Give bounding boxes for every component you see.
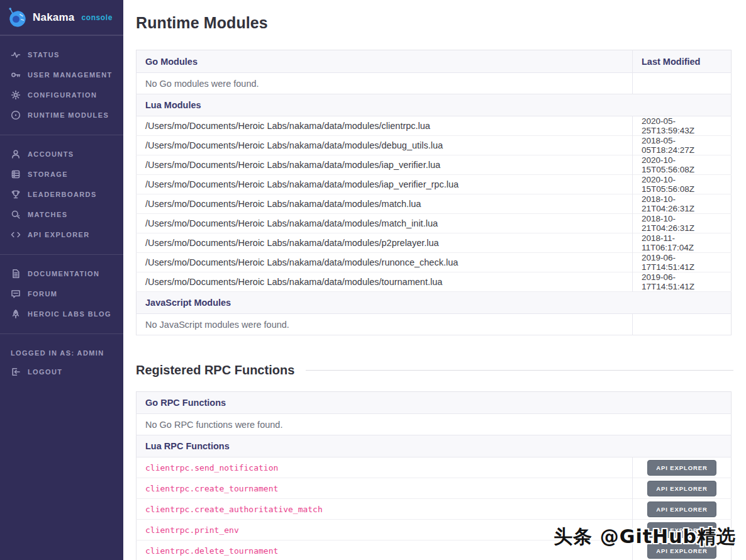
sidebar-item-label: FORUM	[28, 290, 57, 298]
logged-in-as-label: LOGGED IN AS: ADMIN	[0, 334, 123, 358]
go-rpc-section-row: Go RPC Functions	[136, 392, 732, 414]
logout-label: LOGOUT	[28, 368, 62, 376]
key-icon	[11, 70, 21, 80]
brand-suffix: console	[81, 13, 113, 22]
api-explorer-button[interactable]: API EXPLORER	[647, 481, 716, 496]
js-modules-section-row: JavaScript Modules	[136, 292, 732, 314]
runtime-modules-table: Go Modules Last Modified No Go modules w…	[136, 50, 732, 335]
js-modules-header: JavaScript Modules	[136, 292, 732, 314]
sidebar-item-label: STATUS	[28, 51, 60, 59]
js-modules-empty-text: No JavaScript modules were found.	[136, 314, 633, 335]
module-row: /Users/mo/Documents/Heroic Labs/nakama/d…	[136, 272, 732, 292]
module-row: /Users/mo/Documents/Heroic Labs/nakama/d…	[136, 214, 732, 233]
module-row: /Users/mo/Documents/Heroic Labs/nakama/d…	[136, 155, 732, 175]
api-explorer-button[interactable]: API EXPLORER	[647, 543, 716, 559]
go-modules-empty-row: No Go modules were found.	[136, 73, 732, 94]
main-content: Runtime Modules Go Modules Last Modified…	[123, 0, 746, 560]
module-row: /Users/mo/Documents/Heroic Labs/nakama/d…	[136, 194, 732, 214]
go-rpc-empty-text: No Go RPC functions were found.	[136, 414, 732, 435]
sidebar-item-label: ACCOUNTS	[28, 150, 74, 158]
rocket-icon	[11, 309, 21, 319]
page-title: Runtime Modules	[136, 14, 733, 32]
rpc-function-row: clientrpc.create_tournament API EXPLORER	[136, 478, 732, 499]
rpc-button-cell: API EXPLORER	[633, 520, 732, 540]
rpc-function-name: clientrpc.delete_tournament	[136, 540, 633, 560]
rpc-button-cell: API EXPLORER	[633, 457, 732, 478]
brand[interactable]: Nakama console	[0, 0, 123, 35]
rpc-function-name: clientrpc.create_authoritative_match	[136, 499, 633, 520]
rpc-button-cell: API EXPLORER	[633, 478, 732, 499]
logout-icon	[11, 367, 21, 377]
rpc-section-title: Registered RPC Functions	[136, 363, 294, 378]
rpc-function-row: clientrpc.send_notification API EXPLORER	[136, 457, 732, 478]
sidebar-item-api-explorer[interactable]: API EXPLORER	[0, 225, 123, 245]
rpc-function-row: clientrpc.print_env API EXPLORER	[136, 520, 732, 540]
rpc-button-cell: API EXPLORER	[633, 540, 732, 560]
rpc-function-name: clientrpc.send_notification	[136, 457, 633, 478]
sidebar-item-label: STORAGE	[28, 171, 68, 178]
sidebar: Nakama console STATUS USER MANAGEMENT CO…	[0, 0, 123, 560]
section-rule	[306, 370, 733, 371]
module-row: /Users/mo/Documents/Heroic Labs/nakama/d…	[136, 233, 732, 253]
go-modules-header: Go Modules	[136, 50, 633, 73]
server-icon	[11, 169, 21, 179]
api-explorer-button[interactable]: API EXPLORER	[647, 522, 716, 538]
module-path: /Users/mo/Documents/Heroic Labs/nakama/d…	[136, 272, 633, 292]
api-explorer-button[interactable]: API EXPLORER	[647, 501, 716, 517]
module-row: /Users/mo/Documents/Heroic Labs/nakama/d…	[136, 253, 732, 272]
sidebar-item-runtime-modules[interactable]: RUNTIME MODULES	[0, 105, 123, 125]
rpc-function-name: clientrpc.create_tournament	[136, 478, 633, 499]
nakama-logo-icon	[8, 7, 27, 28]
rpc-section-heading: Registered RPC Functions	[136, 363, 733, 378]
go-modules-empty-text: No Go modules were found.	[136, 73, 633, 94]
empty-cell	[633, 73, 732, 94]
module-last-modified: 2019-06-17T14:51:41Z	[633, 253, 732, 272]
module-row: /Users/mo/Documents/Heroic Labs/nakama/d…	[136, 175, 732, 194]
go-rpc-empty-row: No Go RPC functions were found.	[136, 414, 732, 435]
sidebar-nav: STATUS USER MANAGEMENT CONFIGURATION RUN…	[0, 35, 123, 333]
logout-button[interactable]: LOGOUT	[0, 362, 123, 382]
module-path: /Users/mo/Documents/Heroic Labs/nakama/d…	[136, 175, 633, 194]
sidebar-item-storage[interactable]: STORAGE	[0, 164, 123, 184]
go-rpc-header: Go RPC Functions	[136, 392, 732, 414]
last-modified-header: Last Modified	[633, 50, 732, 73]
search-icon	[11, 210, 21, 220]
sidebar-item-status[interactable]: STATUS	[0, 45, 123, 65]
sidebar-item-configuration[interactable]: CONFIGURATION	[0, 85, 123, 105]
module-last-modified: 2020-10-15T05:56:08Z	[633, 175, 732, 194]
code-icon	[11, 230, 21, 240]
rpc-button-cell: API EXPLORER	[633, 499, 732, 520]
document-icon	[11, 269, 21, 279]
api-explorer-button[interactable]: API EXPLORER	[647, 460, 716, 476]
module-last-modified: 2018-10-21T04:26:31Z	[633, 214, 732, 233]
user-icon	[11, 149, 21, 159]
sidebar-item-label: CONFIGURATION	[28, 91, 97, 99]
sidebar-item-label: USER MANAGEMENT	[28, 71, 113, 79]
module-path: /Users/mo/Documents/Heroic Labs/nakama/d…	[136, 253, 633, 272]
sidebar-item-label: API EXPLORER	[28, 231, 90, 238]
sidebar-item-user-management[interactable]: USER MANAGEMENT	[0, 65, 123, 85]
module-last-modified: 2019-06-17T14:51:41Z	[633, 272, 732, 292]
sidebar-item-label: MATCHES	[28, 211, 67, 218]
sidebar-item-matches[interactable]: MATCHES	[0, 204, 123, 225]
sidebar-group: DOCUMENTATION FORUM HEROIC LABS BLOG	[0, 255, 123, 333]
rpc-function-name: clientrpc.print_env	[136, 520, 633, 540]
brand-name: Nakama	[33, 11, 74, 24]
module-last-modified: 2018-11-11T06:17:04Z	[633, 233, 732, 253]
sidebar-item-leaderboards[interactable]: LEADERBOARDS	[0, 184, 123, 204]
lua-rpc-header: Lua RPC Functions	[136, 435, 732, 457]
lua-modules-header: Lua Modules	[136, 94, 732, 116]
sidebar-item-heroic-labs-blog[interactable]: HEROIC LABS BLOG	[0, 304, 123, 324]
sidebar-item-documentation[interactable]: DOCUMENTATION	[0, 264, 123, 284]
chat-icon	[11, 289, 21, 299]
module-path: /Users/mo/Documents/Heroic Labs/nakama/d…	[136, 233, 633, 253]
sidebar-item-label: LEADERBOARDS	[28, 191, 97, 198]
sidebar-item-accounts[interactable]: ACCOUNTS	[0, 144, 123, 164]
empty-cell	[633, 314, 732, 335]
module-row: /Users/mo/Documents/Heroic Labs/nakama/d…	[136, 136, 732, 155]
sidebar-group: STATUS USER MANAGEMENT CONFIGURATION RUN…	[0, 36, 123, 135]
rpc-functions-table: Go RPC Functions No Go RPC functions wer…	[136, 391, 732, 560]
sidebar-item-label: RUNTIME MODULES	[28, 111, 109, 119]
sidebar-item-forum[interactable]: FORUM	[0, 284, 123, 304]
rpc-function-row: clientrpc.create_authoritative_match API…	[136, 499, 732, 520]
